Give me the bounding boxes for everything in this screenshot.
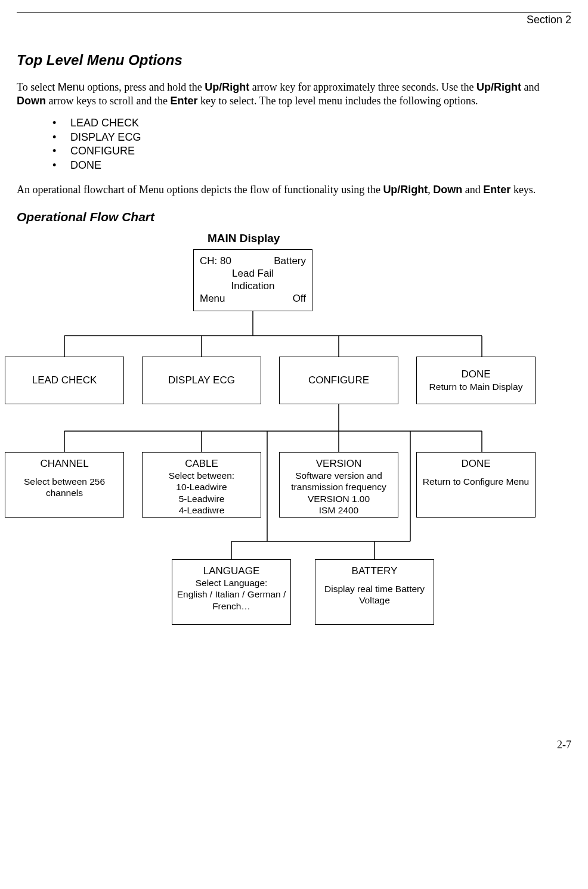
page-number: 2-7 (17, 738, 571, 752)
menu-item: LEAD CHECK (52, 116, 571, 130)
intro-paragraph: To select Menu options, press and hold t… (17, 80, 571, 109)
section-label: Section 2 (17, 13, 571, 27)
flow-box-configure: CONFIGURE (279, 357, 398, 404)
menu-item: CONFIGURE (52, 144, 571, 158)
flow-box-language: LANGUAGE Select Language: English / Ital… (172, 559, 291, 625)
flow-box-lead-check: LEAD CHECK (5, 357, 124, 404)
menu-item: DISPLAY ECG (52, 131, 571, 144)
flow-box-done-main: DONE Return to Main Display (416, 357, 536, 404)
flow-box-display-ecg: DISPLAY ECG (142, 357, 261, 404)
page-title: Top Level Menu Options (17, 51, 571, 69)
flow-box-battery: BATTERY Display real time Battery Voltag… (315, 559, 434, 625)
flow-box-done-configure: DONE Return to Configure Menu (416, 452, 536, 518)
header-rule (17, 12, 571, 13)
flow-box-version: VERSION Software version and transmissio… (279, 452, 398, 518)
flow-box-cable: CABLE Select between: 10-Leadwire 5-Lead… (142, 452, 261, 518)
menu-item: DONE (52, 159, 571, 172)
flowchart-heading: Operational Flow Chart (17, 209, 571, 225)
flowchart: MAIN Display CH: 80Battery Lead Fail Ind… (17, 231, 571, 684)
menu-list: LEAD CHECK DISPLAY ECG CONFIGURE DONE (52, 116, 571, 172)
flow-desc-paragraph: An operational flowchart of Menu options… (17, 183, 571, 197)
flow-main-box: CH: 80Battery Lead Fail Indication MenuO… (193, 249, 312, 311)
flow-main-label: MAIN Display (208, 231, 280, 246)
flow-box-channel: CHANNEL Select between 256 channels (5, 452, 124, 518)
